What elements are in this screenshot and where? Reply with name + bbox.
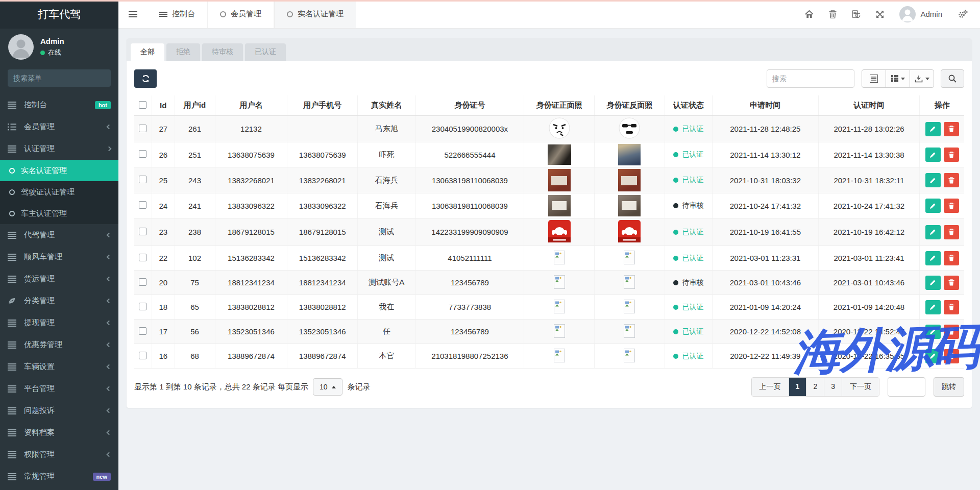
delete-button[interactable] (944, 276, 959, 290)
jump-page-input[interactable] (888, 377, 925, 397)
delete-button[interactable] (944, 199, 959, 213)
sidebar-item-10[interactable]: 平台管理 (0, 378, 118, 400)
clear-cache-icon[interactable] (852, 10, 861, 18)
toggle-view-button[interactable] (862, 69, 886, 88)
sidebar-toggle-icon[interactable] (118, 0, 147, 28)
id-photo-photo_gray[interactable] (618, 195, 641, 216)
sidebar-item-15[interactable]: 插件管理hot (0, 487, 118, 490)
column-header[interactable]: 身份证正面照 (524, 95, 595, 116)
id-photo-face1[interactable] (549, 117, 570, 140)
sidebar-item-14[interactable]: 常规管理new (0, 465, 118, 487)
sidebar-item-0[interactable]: 控制台hot (0, 94, 118, 116)
page-button-3[interactable]: 3 (824, 378, 842, 396)
sidebar-search-input[interactable] (13, 74, 106, 82)
column-header[interactable]: 用户手机号 (287, 95, 358, 116)
column-header[interactable]: 申请时间 (713, 95, 819, 116)
jump-button[interactable]: 跳转 (934, 377, 964, 397)
id-photo-broken[interactable] (554, 300, 565, 315)
delete-button[interactable] (944, 122, 959, 136)
edit-button[interactable] (925, 225, 941, 239)
filter-tab[interactable]: 全部 (131, 43, 164, 61)
table-search-input[interactable] (767, 69, 854, 88)
search-button[interactable] (941, 69, 964, 88)
id-photo-broken[interactable] (624, 251, 635, 266)
page-button-2[interactable]: 2 (806, 378, 824, 396)
row-checkbox[interactable] (139, 201, 146, 209)
row-checkbox[interactable] (139, 327, 146, 335)
filter-tab[interactable]: 拒绝 (166, 43, 200, 61)
edit-button[interactable] (925, 276, 941, 290)
row-checkbox[interactable] (139, 125, 146, 132)
delete-button[interactable] (944, 251, 959, 265)
id-photo-broken[interactable] (624, 300, 635, 315)
filter-tab[interactable]: 待审核 (202, 43, 243, 61)
row-checkbox[interactable] (139, 303, 146, 310)
column-header[interactable]: Id (152, 95, 175, 116)
sidebar-item-3[interactable]: 代驾管理 (0, 224, 118, 246)
column-header[interactable]: 身份证反面照 (595, 95, 665, 116)
refresh-button[interactable] (134, 69, 157, 88)
edit-button[interactable] (925, 300, 941, 314)
next-page-button[interactable]: 下一页 (842, 378, 879, 396)
sidebar-item-8[interactable]: 优惠券管理 (0, 334, 118, 356)
prev-page-button[interactable]: 上一页 (752, 378, 789, 396)
sidebar-item-5[interactable]: 货运管理 (0, 268, 118, 290)
row-checkbox[interactable] (139, 254, 146, 261)
sidebar-item-7[interactable]: 提现管理 (0, 312, 118, 334)
id-photo-photo_red[interactable] (548, 169, 571, 191)
column-header[interactable]: 操作 (920, 95, 964, 116)
home-icon[interactable] (805, 10, 814, 18)
filter-tab[interactable]: 已认证 (245, 43, 286, 61)
id-photo-broken[interactable] (554, 251, 565, 266)
sidebar-subitem[interactable]: 驾驶证认证管理 (0, 181, 118, 203)
sidebar-item-11[interactable]: 问题投诉 (0, 400, 118, 422)
id-photo-broken[interactable] (624, 349, 635, 364)
delete-button[interactable] (944, 300, 959, 314)
page-button-1[interactable]: 1 (789, 378, 807, 396)
sidebar-item-2[interactable]: 认证管理 (0, 138, 118, 160)
edit-button[interactable] (925, 148, 941, 162)
select-all-checkbox[interactable] (139, 101, 146, 109)
id-photo-photo_gray[interactable] (548, 195, 571, 216)
export-button[interactable] (910, 69, 934, 88)
delete-button[interactable] (944, 173, 959, 187)
sidebar-item-13[interactable]: 权限管理 (0, 444, 118, 465)
navbar-tab[interactable]: 控制台 (147, 0, 208, 28)
edit-button[interactable] (925, 122, 941, 136)
user-menu[interactable]: Admin (899, 6, 942, 22)
id-photo-applogo[interactable] (618, 220, 641, 244)
row-checkbox[interactable] (139, 278, 146, 286)
row-checkbox[interactable] (139, 176, 146, 183)
navbar-tab[interactable]: 会员管理 (208, 0, 274, 28)
columns-button[interactable] (886, 69, 910, 88)
sidebar-item-1[interactable]: 会员管理 (0, 116, 118, 138)
delete-button[interactable] (944, 325, 959, 339)
row-checkbox[interactable] (139, 352, 146, 359)
settings-gears-icon[interactable] (958, 10, 968, 18)
column-header[interactable]: 用户id (175, 95, 215, 116)
edit-button[interactable] (925, 199, 941, 213)
sidebar-subitem[interactable]: 车主认证管理 (0, 203, 118, 224)
trash-icon[interactable] (829, 10, 837, 18)
edit-button[interactable] (925, 349, 941, 363)
column-header[interactable]: 真实姓名 (358, 95, 415, 116)
delete-button[interactable] (944, 148, 959, 162)
column-header[interactable]: 身份证号 (415, 95, 524, 116)
sidebar-item-9[interactable]: 车辆设置 (0, 356, 118, 378)
id-photo-broken[interactable] (624, 275, 635, 290)
id-photo-applogo[interactable] (548, 220, 571, 244)
column-header[interactable]: 认证状态 (665, 95, 712, 116)
column-header[interactable]: 用户名 (215, 95, 287, 116)
fullscreen-icon[interactable] (876, 10, 884, 18)
sidebar-subitem[interactable]: 实名认证管理 (0, 160, 118, 181)
edit-button[interactable] (925, 173, 941, 187)
row-checkbox[interactable] (139, 228, 146, 235)
id-photo-photo_person[interactable] (618, 144, 641, 165)
row-checkbox[interactable] (139, 150, 146, 158)
delete-button[interactable] (944, 225, 959, 239)
id-photo-face2[interactable] (619, 117, 640, 140)
id-photo-photo_red[interactable] (618, 169, 641, 191)
sidebar-item-4[interactable]: 顺风车管理 (0, 246, 118, 268)
delete-button[interactable] (944, 349, 959, 363)
page-size-select[interactable]: 10 (313, 378, 343, 396)
